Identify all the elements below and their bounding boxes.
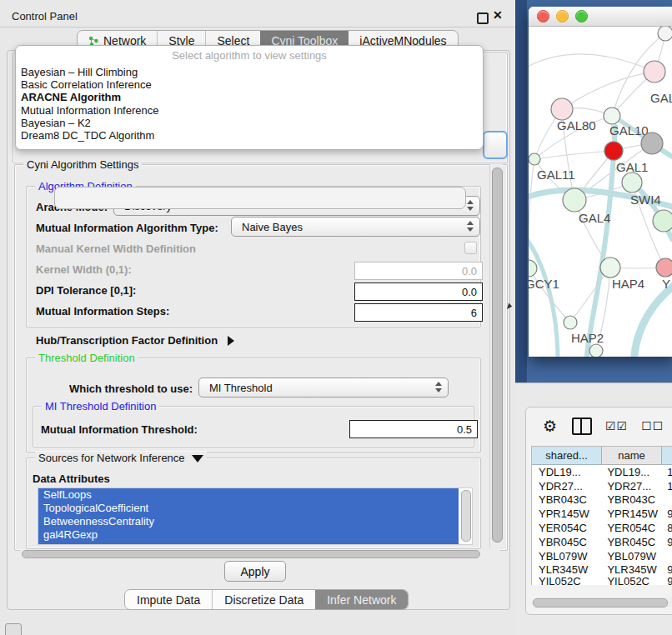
list-scrollbar[interactable] [461,490,471,542]
deselect-all-checkboxes-icon[interactable]: ☐☐ [641,419,664,432]
table-row[interactable]: YLR345WYLR345W9. [532,563,672,578]
dpi-tolerance-field[interactable] [354,282,483,301]
sources-toggle[interactable]: Sources for Network Inference [35,452,207,464]
desktop-edge [515,0,527,382]
table-row[interactable]: YBR043CYBR043C [532,493,672,508]
scrollbar-thumb[interactable] [492,168,503,542]
tab-impute-data[interactable]: Impute Data [125,590,212,609]
algorithm-option[interactable]: Mutual Information Inference [16,104,483,117]
select-all-checkboxes-icon[interactable]: ☑☑ [605,419,628,432]
list-item[interactable] [38,542,459,544]
table-row[interactable]: YER054CYER054C8. [532,521,672,535]
dpi-tolerance-label: DPI Tolerance [0,1]: [36,284,136,297]
data-attributes-list: SelfLoops TopologicalCoefficient Between… [38,488,473,545]
kernel-width-label: Kernel Width (0,1): [36,263,132,276]
mi-algorithm-type-combobox[interactable]: Naive Bayes [231,217,480,237]
hub-definition-toggle[interactable]: Hub/Transcription Factor Definition [36,334,234,347]
data-attributes-label: Data Attributes [33,472,110,485]
tab-discretize-data[interactable]: Discretize Data [212,590,315,609]
algorithm-dropdown-popup: Select algorithm to view settings Bayesi… [15,45,484,150]
node-label: GCY1 [529,277,559,291]
list-item[interactable]: BetweennessCentrality [38,515,459,528]
node-label: HAP4 [612,277,644,291]
cytoscape-desktop: GAL GAL80 GAL10 GAL1 SWI4 GAL11 [515,0,672,382]
scrollbar-thumb[interactable] [533,598,668,608]
node-label: Y [662,277,670,291]
algorithm-option[interactable]: Dream8 DC_TDC Algorithm [16,129,483,142]
algorithm-option[interactable]: Bayesian – K2 [16,117,483,129]
control-panel-titlebar: Control Panel ✕ [0,5,515,28]
node-attribute-table: shared... name A YDL19...YDL19...13 YDR2… [531,446,672,585]
kernel-width-field[interactable] [354,262,483,280]
algorithm-option[interactable]: Bayesian – Hill Climbing [16,66,483,78]
network-canvas[interactable]: GAL GAL80 GAL10 GAL1 SWI4 GAL11 [529,27,672,357]
dropdown-placeholder: Select algorithm to view settings [16,46,483,66]
column-header[interactable]: name [602,447,662,465]
settings-vertical-scrollbar[interactable] [489,164,503,548]
panel-title: Control Panel [12,10,78,22]
mac-close-button[interactable] [537,10,549,22]
split-columns-icon[interactable] [572,418,592,435]
stepper-arrows-icon [467,200,474,211]
node-label: GAL11 [537,168,575,182]
minimized-panel-icon[interactable] [5,623,22,635]
network-node: GAL80 [551,98,596,132]
manual-kernel-label: Manual Kernel Width Definition [36,242,196,255]
scrollbar-thumb[interactable] [22,550,480,558]
mi-threshold-label: Mutual Information Threshold: [41,423,198,436]
list-item[interactable]: TopologicalCoefficient [38,502,459,515]
close-icon[interactable]: ✕ [493,8,503,22]
mac-zoom-button[interactable] [575,10,588,22]
mi-threshold-field[interactable] [349,420,478,438]
control-panel: Control Panel ✕ Network Style Select Cyn… [0,0,515,635]
network-window-titlebar[interactable] [529,7,672,27]
stepper-arrows-icon [467,221,474,232]
mi-steps-field[interactable] [354,303,483,322]
group-title: Cyni Algorithm Settings [23,158,142,171]
group-title: Threshold Definition [35,352,138,364]
network-node: GAL [644,61,672,105]
column-header[interactable]: shared... [532,447,602,465]
gear-icon[interactable]: ⚙ [543,417,557,436]
node-label: GAL80 [557,118,596,132]
table-row[interactable]: YDL19...YDL19...13 [532,465,672,479]
network-node [589,344,603,357]
table-panel-card: ⚙ ☑☑ ☐☐ shared... name A YDL19...YDL19..… [525,407,672,615]
network-node: HAP2 [564,316,604,345]
table-row[interactable]: YIL052CYIL052C9. [532,577,672,585]
network-combobox[interactable] [54,187,466,209]
mi-type-label: Mutual Information Algorithm Type: [36,222,218,234]
apply-button[interactable]: Apply [224,561,286,582]
mouse-cursor [507,302,513,310]
float-panel-icon[interactable] [477,12,489,24]
right-region: GAL GAL80 GAL10 GAL1 SWI4 GAL11 [515,0,672,635]
network-node: HAP4 [600,258,644,291]
mac-minimize-button[interactable] [556,10,569,22]
group-title: MI Threshold Definition [42,400,159,412]
algorithm-combobox-fragment[interactable] [483,131,508,159]
tab-infer-network[interactable]: Infer Network [315,590,408,609]
which-threshold-combobox[interactable]: MI Threshold [198,378,449,398]
node-label: GAL4 [579,211,610,225]
table-row[interactable]: YPR145WYPR145W9. [532,507,672,521]
mi-steps-label: Mutual Information Steps: [36,305,169,318]
manual-kernel-checkbox[interactable] [464,242,477,254]
algorithm-option[interactable]: Basic Correlation Inference [16,78,483,91]
list-item[interactable]: gal4RGexp [38,528,459,542]
table-toolbar: ⚙ ☑☑ ☐☐ [526,408,672,444]
table-horizontal-scrollbar[interactable] [532,598,672,607]
list-item[interactable]: SelfLoops [38,488,459,502]
table-header-row: shared... name A [532,447,672,465]
network-node: GAL11 [529,153,575,182]
column-header[interactable]: A [662,447,672,465]
table-row[interactable]: YDR27...YDR27...12 [532,479,672,493]
network-node [653,210,672,232]
node-label: SWI4 [630,192,661,207]
network-view-window[interactable]: GAL GAL80 GAL10 GAL1 SWI4 GAL11 [529,7,672,357]
algorithm-option-selected[interactable]: ARACNE Algorithm [16,91,483,103]
settings-horizontal-scrollbar[interactable] [19,549,501,559]
network-node [641,132,663,154]
table-row[interactable]: YBR045CYBR045C9. [532,535,672,549]
node-label: GAL10 [609,123,649,138]
table-row[interactable]: YBL079WYBL079W [532,549,672,563]
